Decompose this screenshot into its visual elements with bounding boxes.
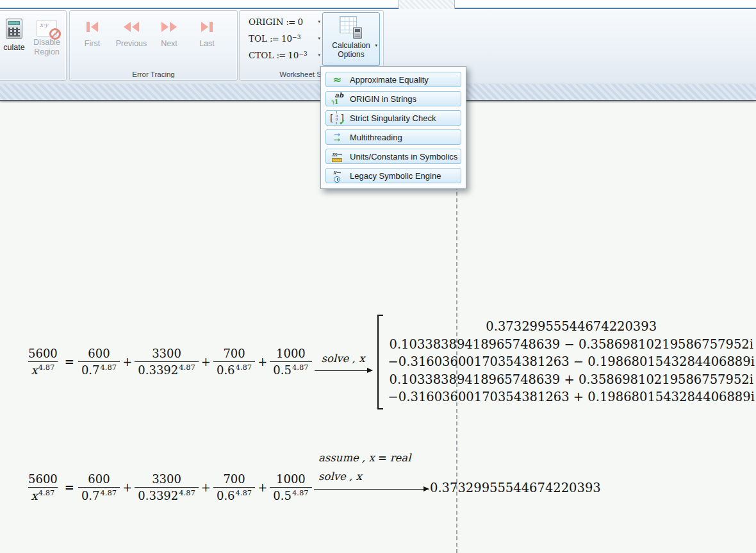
chevron-down-icon[interactable]: ▾ (318, 53, 320, 58)
left-triangle-glyph (132, 22, 139, 32)
mini-calculator-screen (355, 29, 360, 32)
ribbon-group-error-tracing: First Previous Next Last Error Tracing (69, 10, 238, 81)
left-triangle-glyph (91, 22, 98, 32)
solve-keyword-line: solve , x (318, 467, 411, 486)
exponent: 4.87 (179, 363, 195, 372)
arrow-glyph: → (336, 169, 341, 176)
first-label: First (74, 39, 110, 48)
plus-operator: + (122, 481, 132, 494)
ctol-assign: := (276, 50, 285, 60)
first-error-button[interactable]: First (74, 20, 110, 48)
variable-x: x (359, 352, 365, 365)
mini-calculator-icon (353, 27, 362, 39)
assume-solve-keywords: assume , x=real solve , x (318, 449, 411, 486)
denominator: 0.54.87 (270, 361, 311, 377)
tol-value: 10−3 (281, 33, 300, 44)
menu-item-label: Strict Singularity Check (350, 113, 436, 123)
numerator: 5600 (25, 472, 61, 487)
calculator-keys (8, 28, 20, 37)
ctol-value: 10−3 (288, 50, 307, 60)
assume-keyword-line: assume , x=real (318, 449, 411, 467)
symbolic-arrow (314, 489, 429, 490)
origin-setting[interactable]: ORIGIN := 0 ▾ (249, 17, 320, 27)
comma: , (346, 470, 356, 483)
calculation-options-button[interactable]: Calculation Options ▾ (322, 12, 380, 66)
fraction: 3300 0.33924.87 (135, 347, 199, 377)
prohibition-icon (49, 28, 61, 40)
math-region-solve-matrix[interactable]: 5600 x4.87 = 600 0.74.87 + 3300 0.33924.… (24, 315, 756, 409)
fraction: 600 0.74.87 (78, 472, 120, 502)
denominator: 0.33924.87 (135, 361, 199, 377)
variable-x: x (31, 363, 38, 377)
fraction: 700 0.64.87 (213, 472, 255, 502)
base: 0.3392 (138, 489, 178, 502)
active-ribbon-tab[interactable] (399, 0, 455, 9)
origin-value: 0 (297, 17, 303, 27)
last-error-button[interactable]: Last (189, 20, 225, 48)
plus-operator: + (258, 355, 267, 368)
variable-x: x (31, 489, 38, 502)
origin-name: ORIGIN (249, 17, 284, 27)
menu-item-legacy-symbolic-engine[interactable]: x→ Legacy Symbolic Engine (325, 168, 461, 183)
menu-item-multithreading[interactable]: →→ Multithreading (325, 129, 461, 145)
numerator: 600 (85, 472, 113, 487)
green-arrow-glyph: → (334, 137, 340, 142)
denominator: x4.87 (28, 361, 58, 377)
disable-region-button[interactable]: x·y Disable Region (29, 20, 65, 57)
menu-item-approximate-equality[interactable]: ≈ Approximate Equality (325, 72, 461, 87)
numerator: 5600 (25, 347, 61, 361)
fraction: 3300 0.33924.87 (135, 472, 199, 502)
ribbon-group-calculate: culate x·y Disable Region (0, 10, 67, 81)
matrix-row: −0.31603600170354381263 − 0.198680154328… (388, 353, 755, 371)
menu-item-origin-in-strings[interactable]: ab ↰ 1 ORIGIN in Strings (325, 91, 461, 106)
base: 0.6 (217, 489, 235, 502)
strict-singularity-check-icon: [ 1 00 1 ] ✓ (330, 111, 344, 124)
disable-region-icon: x·y (37, 20, 57, 37)
next-label: Next (151, 39, 187, 48)
equation-lhs-rhs: 5600 x4.87 = 600 0.74.87 + 3300 0.33924.… (24, 347, 313, 377)
chevron-down-icon[interactable]: ▾ (318, 19, 320, 24)
symbolic-result-value: 0.37329955544674220393 (430, 481, 601, 495)
next-error-button[interactable]: Next (151, 20, 187, 48)
unit-symbol-stack: m→ (332, 151, 342, 162)
real-keyword: real (390, 452, 411, 464)
numerator: 1000 (273, 347, 309, 361)
menu-item-units-constants-in-symbolics[interactable]: m→ Units/Constants in Symbolics (325, 149, 461, 164)
matrix-row: −0.31603600170354381263 + 0.198680154328… (388, 388, 755, 406)
last-error-icon (189, 20, 225, 34)
calculator-screen (8, 21, 20, 25)
numerator: 600 (85, 347, 113, 361)
matrix-row: 0.10338389418965748639 − 0.3586981021958… (388, 336, 755, 354)
denominator: 0.54.87 (270, 487, 311, 502)
variable-x: x (356, 470, 362, 483)
left-triangle-glyph (124, 22, 131, 32)
bar-glyph (210, 22, 213, 32)
previous-error-button[interactable]: Previous (113, 20, 149, 48)
calculation-options-label-line1: Calculation (332, 41, 370, 50)
previous-error-icon (113, 20, 149, 34)
origin-in-strings-icon: ab ↰ 1 (330, 92, 344, 105)
numerator: 1000 (273, 472, 309, 487)
symbolic-solve-operator: solve , x (315, 352, 372, 371)
right-triangle-glyph (201, 22, 208, 32)
numerator: 700 (220, 347, 248, 361)
denominator: 0.33924.87 (135, 487, 199, 502)
exponent: 4.87 (292, 363, 309, 372)
exponent: 4.87 (38, 488, 55, 497)
denominator: 0.74.87 (78, 487, 120, 502)
last-label: Last (189, 39, 225, 48)
comma: , (359, 452, 369, 464)
chevron-down-icon[interactable]: ▾ (318, 36, 320, 41)
menu-item-strict-singularity-check[interactable]: [ 1 00 1 ] ✓ Strict Singularity Check (325, 110, 461, 126)
plus-operator: + (258, 481, 267, 494)
clock-hand (337, 178, 338, 181)
matrix-row: 0.37329955544674220393 (388, 318, 755, 336)
units-constants-in-symbolics-icon: m→ (330, 150, 344, 163)
matrix-rows: 0.37329955544674220393 0.103383894189657… (383, 315, 756, 409)
menu-item-label: Units/Constants in Symbolics (350, 152, 457, 161)
ctol-setting[interactable]: CTOL := 10−3 ▾ (249, 50, 320, 60)
plus-operator: + (201, 355, 211, 368)
ctol-name: CTOL (249, 50, 274, 60)
tol-setting[interactable]: TOL := 10−3 ▾ (249, 33, 320, 44)
math-region-assume-solve[interactable]: 5600 x4.87 = 600 0.74.87 + 3300 0.33924.… (24, 472, 313, 502)
